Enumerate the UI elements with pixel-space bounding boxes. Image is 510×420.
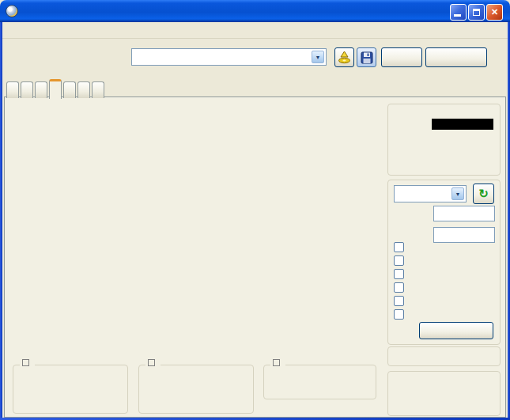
- menu-bar: [0, 22, 510, 39]
- checkbox-zeige-schreibgeschw[interactable]: [394, 308, 408, 320]
- tab-erweiterte-diskqualitaet[interactable]: [63, 81, 76, 98]
- checkbox-c1-pie-anzeigen[interactable]: [394, 255, 408, 267]
- menu-extra[interactable]: [28, 28, 43, 32]
- window-border-left: [0, 22, 2, 420]
- menu-test-durchfuehren[interactable]: [14, 28, 28, 32]
- checkbox-box[interactable]: [394, 296, 404, 306]
- checkbox-c2-pif-anzeigen[interactable]: [394, 268, 408, 280]
- disk-info-panel: [387, 104, 501, 176]
- maximize-button[interactable]: [468, 4, 485, 21]
- start-button[interactable]: [381, 47, 422, 67]
- minimize-button[interactable]: [450, 4, 467, 21]
- tab-disc-pruefen[interactable]: [77, 81, 90, 98]
- menu-hilfe[interactable]: [43, 28, 57, 32]
- jitter-caption: [270, 359, 285, 366]
- jitter-panel: [263, 365, 376, 399]
- pi-errors-legend-swatch: [22, 359, 29, 366]
- tab-ta-jitter[interactable]: [92, 81, 104, 98]
- speed-select[interactable]: ▼: [394, 185, 467, 202]
- app-icon: [6, 5, 18, 17]
- pi-failures-y-axis-left: [10, 237, 31, 344]
- pi-errors-x-axis: [33, 218, 366, 229]
- save-icon: [361, 51, 373, 64]
- quality-index-panel: [387, 346, 501, 366]
- pi-errors-chart-canvas: [33, 108, 365, 216]
- checkbox-box[interactable]: [394, 282, 404, 293]
- chevron-down-icon[interactable]: ▼: [312, 51, 324, 63]
- refresh-icon: ↻: [478, 187, 489, 201]
- title-bar[interactable]: [0, 0, 510, 22]
- tab-disk-erstellen[interactable]: [21, 81, 33, 98]
- pi-failures-x-axis: [33, 346, 366, 357]
- pi-errors-panel: [13, 365, 128, 414]
- pi-errors-y-axis-right: [367, 108, 387, 216]
- maximize-icon: [473, 9, 480, 16]
- tab-disk-info[interactable]: [35, 81, 47, 98]
- pi-failures-legend-swatch: [148, 359, 155, 366]
- checkbox-box[interactable]: [394, 255, 404, 266]
- pi-failures-caption: [145, 359, 161, 366]
- scan-start-input[interactable]: [433, 206, 495, 221]
- checkbox-box[interactable]: [394, 242, 404, 252]
- pi-errors-caption: [20, 359, 35, 366]
- checkbox-zeige-lesegeschw[interactable]: [394, 295, 408, 307]
- progress-panel: [387, 371, 501, 416]
- disk-label-label: [395, 117, 432, 130]
- scan-ende-input[interactable]: [433, 227, 495, 243]
- tab-diskqualitaet[interactable]: [49, 79, 62, 99]
- pi-errors-y-axis-left: [10, 108, 31, 216]
- pi-failures-chart-canvas: [33, 237, 365, 344]
- pi-failures-y-axis-right: [367, 237, 387, 344]
- save-button[interactable]: [357, 47, 376, 67]
- jitter-legend-swatch: [273, 359, 280, 366]
- close-icon: ✕: [491, 7, 498, 17]
- checkbox-jitter-anzeigen[interactable]: [394, 282, 408, 293]
- close-button[interactable]: ✕: [486, 4, 503, 21]
- eject-icon: [338, 51, 351, 64]
- refresh-button[interactable]: ↻: [473, 184, 494, 204]
- chevron-down-icon[interactable]: ▼: [451, 187, 464, 200]
- checkbox-box[interactable]: [394, 309, 404, 320]
- eject-button[interactable]: [334, 47, 354, 67]
- disk-label-redacted: [432, 119, 493, 130]
- nero-logo: [22, 40, 129, 40]
- app-window: ✕ ▼: [0, 0, 510, 420]
- tab-strip: [6, 79, 106, 98]
- checkbox-box[interactable]: [394, 269, 404, 279]
- po-failures-row: [263, 401, 376, 403]
- checkbox-schnelles-scannen[interactable]: [394, 241, 408, 253]
- tab-benchmark[interactable]: [6, 81, 19, 98]
- minimize-icon: [454, 14, 461, 17]
- erweitert-button[interactable]: [419, 322, 493, 339]
- pi-failures-panel: [138, 365, 254, 414]
- drive-select[interactable]: ▼: [131, 48, 327, 66]
- quit-button[interactable]: [425, 47, 487, 67]
